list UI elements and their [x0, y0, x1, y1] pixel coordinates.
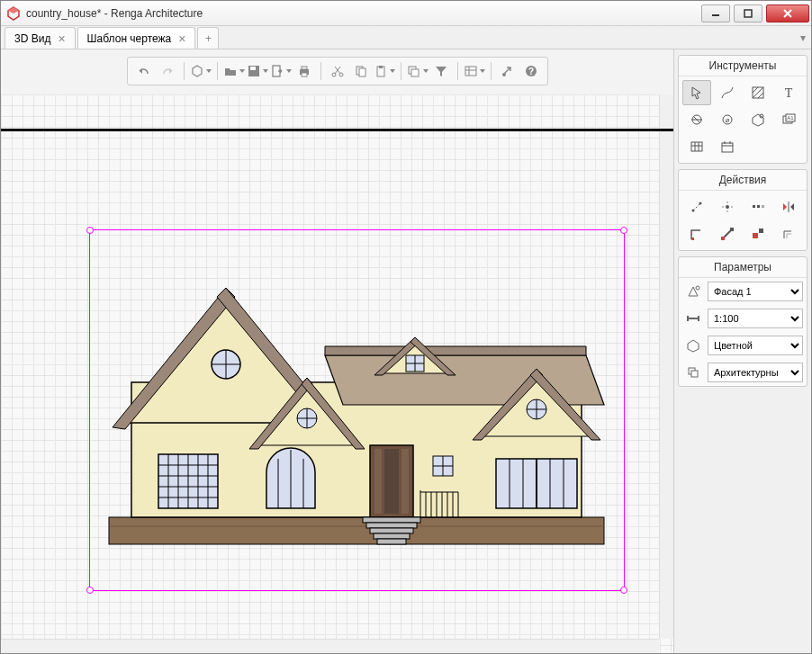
action-rotate[interactable]: [713, 194, 742, 219]
redo-button[interactable]: [157, 60, 178, 82]
open-dropdown[interactable]: [223, 60, 245, 82]
tab-bar: 3D Вид × Шаблон чертежа × + ▾: [1, 26, 811, 49]
svg-rect-131: [753, 205, 755, 208]
tool-section[interactable]: A1: [774, 107, 803, 132]
handle-bottom-right[interactable]: [620, 587, 627, 594]
action-move[interactable]: [682, 194, 711, 219]
param-display-select[interactable]: Архитектурны: [708, 363, 803, 382]
table-dropdown[interactable]: [464, 60, 485, 82]
actions-panel-title: Действия: [679, 170, 807, 191]
svg-rect-85: [384, 449, 399, 514]
tab-3d-view[interactable]: 3D Вид ×: [5, 27, 76, 49]
horizontal-scrollbar[interactable]: [1, 639, 659, 653]
minimize-button[interactable]: [701, 4, 730, 22]
svg-marker-24: [436, 67, 447, 76]
svg-text:T: T: [785, 86, 793, 100]
action-scale[interactable]: [744, 221, 772, 246]
svg-rect-87: [366, 523, 417, 528]
svg-rect-83: [374, 449, 382, 514]
svg-point-129: [726, 202, 728, 203]
tools-panel: Инструменты T ø A1: [678, 55, 807, 164]
svg-rect-25: [465, 67, 476, 76]
canvas-area[interactable]: ?: [1, 49, 674, 653]
handle-bottom-left[interactable]: [86, 587, 94, 594]
tool-dimension-diameter[interactable]: ø: [713, 107, 742, 132]
svg-point-128: [731, 206, 733, 208]
svg-rect-88: [370, 528, 413, 533]
layers-dropdown[interactable]: [407, 60, 429, 82]
svg-marker-1: [8, 7, 19, 13]
vertical-scrollbar[interactable]: [659, 94, 673, 639]
svg-line-102: [753, 87, 758, 93]
tab-close-icon[interactable]: ×: [178, 31, 185, 46]
action-offset[interactable]: [774, 221, 803, 246]
actions-panel: Действия: [678, 169, 807, 251]
main-toolbar: ?: [127, 57, 548, 85]
svg-rect-141: [753, 233, 758, 238]
tool-select[interactable]: [682, 80, 711, 105]
svg-rect-89: [374, 533, 410, 539]
workspace: ?: [1, 49, 811, 653]
param-scale: 1:100: [679, 305, 807, 332]
tool-hatch[interactable]: [744, 80, 772, 105]
svg-rect-139: [721, 237, 725, 240]
svg-point-127: [722, 206, 724, 208]
action-stretch[interactable]: [713, 221, 742, 246]
svg-marker-41: [325, 346, 586, 355]
save-dropdown[interactable]: [247, 60, 268, 82]
svg-marker-134: [783, 203, 787, 211]
svg-text:?: ?: [528, 67, 533, 76]
maximize-button[interactable]: [734, 4, 762, 22]
tool-dimension-linear[interactable]: [682, 107, 711, 132]
param-style-select[interactable]: Цветной: [708, 336, 803, 355]
view-icon: [682, 281, 704, 302]
paste-dropdown[interactable]: [374, 60, 395, 82]
svg-line-104: [758, 93, 763, 98]
action-copy-array[interactable]: [744, 194, 772, 219]
svg-rect-142: [759, 228, 763, 233]
svg-marker-111: [753, 114, 763, 126]
display-icon: [682, 362, 704, 383]
tool-text[interactable]: T: [774, 80, 803, 105]
print-button[interactable]: [293, 60, 315, 82]
filter-button[interactable]: [430, 60, 452, 82]
svg-point-130: [726, 211, 728, 212]
action-trim[interactable]: [682, 221, 711, 246]
svg-rect-31: [109, 517, 604, 544]
svg-point-125: [699, 202, 702, 205]
param-view: Фасад 1: [679, 278, 807, 305]
scale-icon: [682, 308, 704, 329]
tool-empty1: [744, 134, 772, 159]
handle-top-right[interactable]: [620, 227, 627, 234]
tool-axis[interactable]: [744, 107, 772, 132]
tab-overflow-icon[interactable]: ▾: [800, 31, 806, 44]
new-tab-button[interactable]: +: [197, 27, 219, 49]
svg-rect-86: [363, 517, 420, 523]
svg-point-144: [696, 286, 699, 290]
svg-rect-140: [730, 228, 734, 231]
tool-table[interactable]: [682, 134, 711, 159]
param-scale-select[interactable]: 1:100: [708, 309, 803, 328]
export-dropdown[interactable]: [270, 60, 292, 82]
box-dropdown[interactable]: [190, 60, 212, 82]
close-button[interactable]: [766, 4, 809, 22]
cut-button[interactable]: [327, 60, 348, 82]
copy-button[interactable]: [350, 60, 372, 82]
svg-rect-116: [691, 142, 702, 151]
handle-top-left[interactable]: [86, 227, 94, 234]
house-drawing[interactable]: [100, 256, 613, 553]
tab-close-icon[interactable]: ×: [58, 31, 65, 46]
style-icon: [682, 335, 704, 356]
settings-button[interactable]: [497, 60, 519, 82]
tool-line[interactable]: [713, 80, 742, 105]
params-panel-title: Параметры: [679, 257, 807, 278]
tab-drawing-template[interactable]: Шаблон чертежа ×: [77, 27, 196, 49]
help-button[interactable]: ?: [520, 60, 542, 82]
tool-date[interactable]: [713, 134, 742, 159]
action-mirror[interactable]: [774, 194, 803, 219]
svg-rect-12: [302, 67, 307, 69]
svg-rect-84: [401, 449, 409, 514]
svg-point-126: [726, 205, 729, 209]
undo-button[interactable]: [133, 60, 155, 82]
param-view-select[interactable]: Фасад 1: [708, 282, 803, 301]
